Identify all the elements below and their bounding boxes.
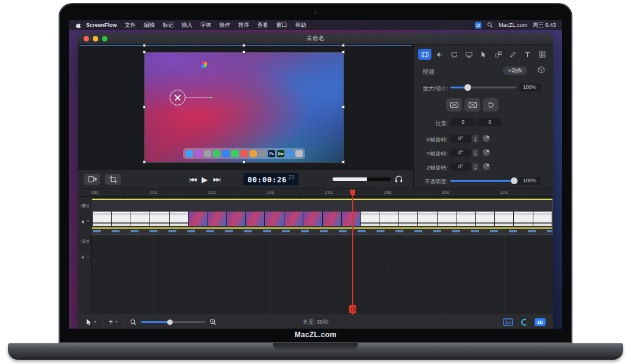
track2-visibility-eye-icon[interactable] [81,238,87,244]
crop-button[interactable] [105,174,121,185]
video-clip[interactable] [92,198,553,235]
timecode-display[interactable]: 00:00:26 23 [243,173,299,186]
media-library-button[interactable] [503,318,513,326]
window-titlebar[interactable]: 未命名 [78,33,553,45]
zoom-window-button[interactable] [102,36,107,41]
menu-item[interactable]: 查看 [258,21,269,29]
active-app-name[interactable]: ScreenFlow [86,22,117,28]
zoom-slider[interactable] [450,84,516,91]
rotation-z-dial[interactable] [483,163,490,170]
track2-grip-icon[interactable]: ≡ [87,255,89,257]
tab-annotations-icon[interactable] [506,49,519,60]
menu-item[interactable]: 窗口 [276,21,287,29]
actions-cube-icon[interactable] [537,66,546,74]
spotlight-search-icon[interactable] [487,22,493,28]
track2-expand-chevrons[interactable]: ▴▾ [87,238,89,243]
next-marker-button[interactable]: ▶▶| [213,177,220,182]
tab-media-icon[interactable] [535,49,549,60]
transport-bar: |◀◀ ▶ ▶▶| 00:00:26 23 [78,170,413,188]
rotate-control[interactable] [170,90,186,105]
menu-item[interactable]: 字体 [201,21,212,29]
playhead-marker[interactable] [350,190,355,197]
tab-audio-icon[interactable] [433,49,446,60]
zoom-out-icon[interactable] [130,319,137,326]
rotation-x-field[interactable]: 0° [450,135,471,143]
selection-handle[interactable] [342,44,345,47]
minimize-window-button[interactable] [93,36,98,41]
menu-item[interactable]: 帮助 [295,21,306,29]
menu-item[interactable]: 操作 [220,21,231,29]
curve-button[interactable] [520,318,528,326]
scale-to-fit-button[interactable] [446,98,462,112]
show-media-button[interactable] [84,174,100,185]
add-tool-chevron-icon[interactable]: ▼ [115,320,118,324]
rotation-y-dial[interactable] [483,149,490,156]
playhead-scrub-handle[interactable] [349,305,356,313]
selection-handle-mid-left[interactable] [143,105,146,109]
timeline-tracks[interactable]: ▴▾ ≡ ▴▾ ≡ [78,197,553,315]
rotation-x-dial[interactable] [483,135,490,142]
menu-item[interactable]: 文件 [125,21,136,29]
pointer-tool-button[interactable] [85,318,92,326]
3d-badge-button[interactable]: 3D [535,318,546,326]
timeline-zoom-slider[interactable] [141,319,205,326]
zoom-value-field[interactable]: 100% [519,84,541,91]
rotation-z-stepper[interactable]: ▲▼ [472,163,478,171]
playhead-line[interactable] [352,197,353,315]
pointer-tool-chevron-icon[interactable]: ▼ [93,320,97,324]
rotation-y-field[interactable]: 0° [450,149,471,157]
menubar-app-badge[interactable] [475,22,481,29]
add-action-button[interactable]: +动作 [503,66,527,75]
dock-app-icon [204,150,211,157]
track1-visibility-eye-icon[interactable] [81,203,87,209]
clip-thumbnail [323,212,341,226]
track1-audio-icon[interactable] [81,219,87,225]
stretch-to-fit-button[interactable] [464,98,480,112]
selection-handle-top-left[interactable] [143,51,146,54]
tab-video-motion-icon[interactable] [447,49,461,60]
rotation-x-stepper[interactable]: ▲▼ [472,135,478,143]
play-button[interactable]: ▶ [201,175,207,184]
position-y-field[interactable]: 0 [477,118,502,126]
headphones-icon[interactable] [394,174,403,183]
video-preview-stage[interactable]: PsDw [145,52,344,162]
canvas-area[interactable]: PsDw [78,45,413,170]
menubar-site-text[interactable]: MacZL.com [499,22,527,28]
opacity-slider[interactable] [450,177,516,185]
track1-grip-icon[interactable]: ≡ [87,219,89,222]
timeline-ruler[interactable]: 18s20s22s24s26s28s30s32s [78,188,553,197]
tab-screen-recording-icon[interactable] [462,49,475,60]
reset-scale-button[interactable] [483,98,499,112]
tab-text-icon[interactable] [521,49,534,60]
track-separator [92,236,553,237]
selection-handle-bottom-right[interactable] [342,160,345,163]
tab-video-icon[interactable] [418,49,431,60]
menu-item[interactable]: 插入 [182,21,193,29]
menu-item[interactable]: 编辑 [144,21,155,29]
apple-menu-icon[interactable] [75,22,81,29]
menu-item[interactable]: 标记 [163,21,174,29]
selection-handle-mid-right[interactable] [342,105,345,109]
track2-audio-icon[interactable] [81,254,87,260]
menu-item[interactable]: 排序 [239,21,250,29]
tab-callout-icon[interactable] [477,49,490,60]
position-x-field[interactable]: 0 [450,118,475,126]
selection-handle[interactable] [242,44,245,47]
close-window-button[interactable] [84,36,89,41]
selection-handle-top-mid[interactable] [242,51,245,54]
previous-marker-button[interactable]: |◀◀ [189,177,196,182]
menubar-clock[interactable]: 周三 6:43 [533,21,556,29]
selection-handle[interactable] [143,44,146,47]
properties-inspector: 视频 +动作 放大/缩小: 100% [413,45,553,188]
selection-handle-bottom-left[interactable] [143,160,146,163]
selection-handle-bottom-mid[interactable] [242,160,245,163]
selection-handle-top-right[interactable] [342,51,345,54]
rotation-z-field[interactable]: 0° [450,163,471,171]
track1-expand-chevrons[interactable]: ▴▾ [87,203,89,208]
opacity-value-field[interactable]: 100% [519,177,541,185]
rotation-y-stepper[interactable]: ▲▼ [472,149,478,157]
tab-shapes-icon[interactable] [491,49,505,60]
add-tool-button[interactable]: + [109,318,113,326]
zoom-in-icon[interactable] [209,318,217,326]
rotate-control-arm[interactable] [186,98,210,99]
